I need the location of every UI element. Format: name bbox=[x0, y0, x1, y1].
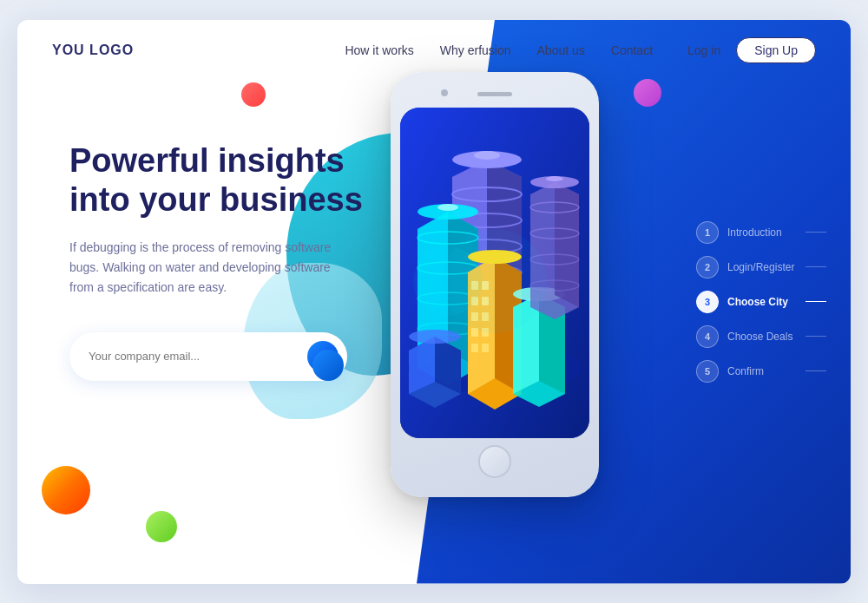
nav-links: How it works Why erfusion About us Conta… bbox=[345, 43, 653, 57]
step-num-1: 1 bbox=[696, 221, 719, 244]
svg-point-50 bbox=[409, 330, 461, 344]
step-label-3: Choose City bbox=[727, 296, 797, 308]
phone-home-button bbox=[478, 445, 511, 477]
step-num-5: 5 bbox=[696, 360, 719, 383]
login-button[interactable]: Log in bbox=[687, 43, 720, 57]
nav-link-contact[interactable]: Contact bbox=[611, 43, 653, 57]
logo: YOU LOGO bbox=[52, 43, 134, 58]
step-num-2: 2 bbox=[696, 256, 719, 279]
step-line-4 bbox=[806, 336, 826, 338]
sidebar-steps: 1 Introduction 2 Login/Register 3 Choose… bbox=[696, 221, 826, 383]
step-line-1 bbox=[806, 232, 826, 233]
phone-screen bbox=[400, 108, 589, 438]
phone-mockup bbox=[391, 72, 599, 497]
nav-link-why-erfusion[interactable]: Why erfusion bbox=[440, 43, 511, 57]
step-label-4: Choose Deals bbox=[727, 331, 797, 343]
step-item-2[interactable]: 2 Login/Register bbox=[696, 256, 826, 279]
step-num-4: 4 bbox=[696, 325, 719, 348]
circle-orange-decoration bbox=[42, 466, 90, 515]
phone-camera bbox=[441, 89, 448, 96]
svg-rect-32 bbox=[471, 344, 478, 352]
svg-point-42 bbox=[546, 176, 563, 181]
step-line-2 bbox=[806, 266, 826, 268]
email-form: → bbox=[69, 332, 347, 381]
step-item-5[interactable]: 5 Confirm bbox=[696, 360, 826, 383]
svg-point-52 bbox=[413, 246, 483, 316]
step-item-1[interactable]: 1 Introduction bbox=[696, 221, 826, 244]
step-label-5: Confirm bbox=[727, 365, 797, 377]
nav-actions: Log in Sign Up bbox=[687, 37, 816, 63]
step-item-3[interactable]: 3 Choose City bbox=[696, 291, 826, 313]
circle-green-decoration bbox=[146, 511, 177, 542]
circle-blue-decoration bbox=[312, 350, 344, 381]
nav-link-how-it-works[interactable]: How it works bbox=[345, 43, 413, 57]
step-item-4[interactable]: 4 Choose Deals bbox=[696, 325, 826, 348]
svg-point-11 bbox=[474, 151, 500, 160]
step-line-3 bbox=[806, 301, 826, 303]
phone-speaker bbox=[477, 92, 512, 96]
nav-link-about-us[interactable]: About us bbox=[537, 43, 585, 57]
step-line-5 bbox=[806, 370, 826, 372]
hero-description: If debugging is the process of removing … bbox=[69, 238, 347, 298]
signup-button[interactable]: Sign Up bbox=[736, 37, 816, 63]
step-label-2: Login/Register bbox=[727, 261, 797, 273]
main-container: YOU LOGO How it works Why erfusion About… bbox=[17, 20, 851, 584]
circle-red-decoration bbox=[241, 82, 266, 107]
hero-title: Powerful insights into your business bbox=[69, 141, 399, 220]
svg-rect-33 bbox=[482, 344, 489, 352]
svg-point-16 bbox=[437, 204, 458, 211]
phone-notch bbox=[398, 84, 592, 105]
navbar: YOU LOGO How it works Why erfusion About… bbox=[17, 20, 851, 81]
circle-purple-decoration bbox=[634, 79, 661, 107]
step-num-3: 3 bbox=[696, 291, 719, 313]
city-illustration bbox=[400, 108, 589, 438]
phone-body bbox=[391, 72, 599, 497]
step-label-1: Introduction bbox=[727, 226, 797, 239]
email-input[interactable] bbox=[89, 350, 307, 363]
hero-section: Powerful insights into your business If … bbox=[69, 141, 399, 381]
